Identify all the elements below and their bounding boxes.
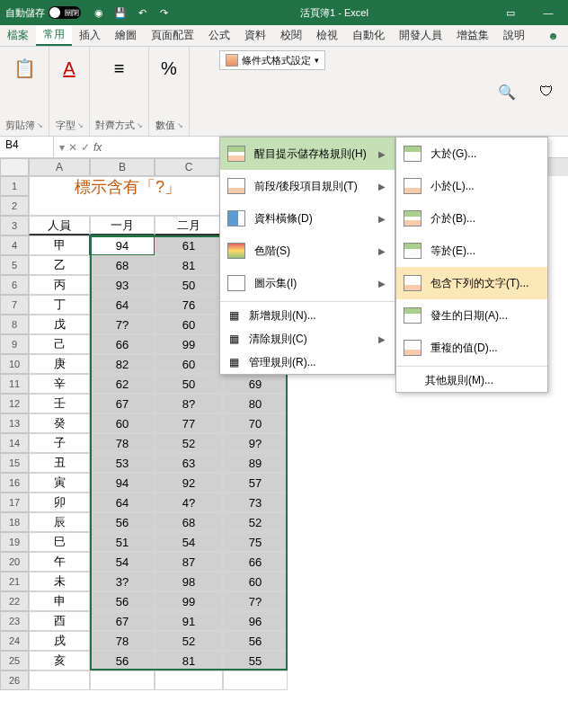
cell-value[interactable]: 54 xyxy=(155,532,223,552)
cell-value[interactable]: 91 xyxy=(155,611,223,631)
tab-page-layout[interactable]: 頁面配置 xyxy=(144,25,201,46)
cell-value[interactable]: 75 xyxy=(223,532,288,552)
cell-value[interactable]: 56 xyxy=(90,591,155,611)
cell-value[interactable]: 56 xyxy=(223,631,288,651)
submenu-duplicate-values[interactable]: 重複的值(D)... xyxy=(396,332,547,364)
save-icon[interactable]: 💾 xyxy=(113,5,128,20)
cell-value[interactable]: 60 xyxy=(155,354,223,374)
cell-value[interactable]: 56 xyxy=(90,651,155,670)
menu-icon-sets[interactable]: 圖示集(I) ▶ xyxy=(220,267,395,299)
row-header[interactable]: 13 xyxy=(0,413,29,433)
cell-value[interactable]: 94 xyxy=(90,235,155,255)
cell-value[interactable]: 61 xyxy=(155,235,223,255)
cell-value[interactable]: 94 xyxy=(90,473,155,493)
cell-person[interactable]: 癸 xyxy=(29,413,90,433)
tab-developer[interactable]: 開發人員 xyxy=(392,25,449,46)
cell-value[interactable]: 73 xyxy=(223,493,288,512)
row-header[interactable]: 26 xyxy=(0,670,29,690)
conditional-formatting-button[interactable]: 條件式格式設定 ▾ xyxy=(219,50,325,70)
row-header[interactable]: 9 xyxy=(0,334,29,354)
tab-draw[interactable]: 繪圖 xyxy=(108,25,144,46)
row-header[interactable]: 24 xyxy=(0,631,29,651)
submenu-equal-to[interactable]: 等於(E)... xyxy=(396,235,547,267)
cell-value[interactable]: 57 xyxy=(223,473,288,493)
submenu-date-occurring[interactable]: 發生的日期(A)... xyxy=(396,299,547,332)
cell-person[interactable]: 丙 xyxy=(29,275,90,295)
row-header[interactable]: 8 xyxy=(0,315,29,334)
cell-value[interactable]: 52 xyxy=(223,512,288,532)
row-header[interactable]: 23 xyxy=(0,611,29,631)
tab-automate[interactable]: 自動化 xyxy=(345,25,392,46)
submenu-greater-than[interactable]: 大於(G)... xyxy=(396,138,547,170)
cell-person[interactable]: 子 xyxy=(29,433,90,453)
cell-value[interactable]: 67 xyxy=(90,611,155,631)
cell-person[interactable]: 己 xyxy=(29,334,90,354)
sensitivity-icon[interactable]: 🛡 xyxy=(528,74,564,110)
submenu-text-contains[interactable]: 包含下列的文字(T)... xyxy=(396,267,547,299)
cell-value[interactable]: 7? xyxy=(90,315,155,334)
find-icon[interactable]: 🔍 xyxy=(489,74,525,110)
row-header[interactable]: 11 xyxy=(0,374,29,394)
tab-insert[interactable]: 插入 xyxy=(72,25,108,46)
cell-value[interactable]: 7? xyxy=(223,591,288,611)
feedback-icon[interactable]: ☻ xyxy=(538,30,568,42)
cell-value[interactable]: 55 xyxy=(223,651,288,670)
camera-icon[interactable]: ◉ xyxy=(92,5,106,20)
name-box[interactable]: B4 xyxy=(0,137,54,157)
cell-value[interactable]: 66 xyxy=(223,552,288,572)
row-header[interactable]: 20 xyxy=(0,552,29,572)
cell-value[interactable]: 81 xyxy=(155,651,223,670)
fx-icon[interactable]: fx xyxy=(93,141,102,154)
tab-home[interactable]: 常用 xyxy=(36,25,72,46)
cell-person[interactable]: 甲 xyxy=(29,235,90,255)
cell-value[interactable]: 52 xyxy=(155,631,223,651)
row-header[interactable]: 10 xyxy=(0,354,29,374)
auto-save-toggle[interactable]: 關閉 xyxy=(49,6,81,19)
menu-data-bars[interactable]: 資料橫條(D) ▶ xyxy=(220,202,395,235)
cell-person[interactable]: 辛 xyxy=(29,374,90,394)
submenu-between[interactable]: 介於(B)... xyxy=(396,202,547,235)
cell-value[interactable]: 99 xyxy=(155,591,223,611)
cell[interactable] xyxy=(29,670,90,690)
cell-value[interactable]: 78 xyxy=(90,631,155,651)
cell-person[interactable]: 午 xyxy=(29,552,90,572)
cell-value[interactable]: 98 xyxy=(155,572,223,591)
row-header[interactable]: 25 xyxy=(0,651,29,670)
paste-icon[interactable]: 📋 xyxy=(10,50,39,86)
cell-value[interactable]: 68 xyxy=(90,255,155,275)
align-launcher-icon[interactable]: ↘ xyxy=(137,121,143,129)
cell-value[interactable]: 62 xyxy=(90,374,155,394)
name-dropdown-icon[interactable]: ▾ xyxy=(59,141,65,154)
cell-person[interactable]: 申 xyxy=(29,591,90,611)
row-header[interactable]: 18 xyxy=(0,512,29,532)
percent-icon[interactable]: % xyxy=(155,50,183,86)
submenu-more-rules[interactable]: 其他規則(M)... xyxy=(396,368,547,392)
minimize-icon[interactable]: — xyxy=(530,1,566,24)
cell-value[interactable]: 9? xyxy=(223,433,288,453)
row-header[interactable]: 6 xyxy=(0,275,29,295)
cell-value[interactable]: 99 xyxy=(155,334,223,354)
cell-value[interactable]: 64 xyxy=(90,493,155,512)
row-header[interactable]: 15 xyxy=(0,453,29,473)
cell-value[interactable]: 64 xyxy=(90,295,155,315)
cell-value[interactable]: 78 xyxy=(90,433,155,453)
row-header[interactable]: 17 xyxy=(0,493,29,512)
row-header[interactable]: 12 xyxy=(0,394,29,413)
menu-top-bottom-rules[interactable]: 前段/後段項目規則(T) ▶ xyxy=(220,170,395,202)
cell-person[interactable]: 庚 xyxy=(29,354,90,374)
cell-person[interactable]: 戊 xyxy=(29,315,90,334)
cell-person[interactable]: 寅 xyxy=(29,473,90,493)
cell-value[interactable]: 89 xyxy=(223,453,288,473)
cell-value[interactable]: 50 xyxy=(155,374,223,394)
cell-value[interactable]: 54 xyxy=(90,552,155,572)
select-all-corner[interactable] xyxy=(0,158,29,176)
row-header[interactable]: 7 xyxy=(0,295,29,315)
cell-value[interactable]: 69 xyxy=(223,374,288,394)
row-header[interactable]: 16 xyxy=(0,473,29,493)
menu-color-scales[interactable]: 色階(S) ▶ xyxy=(220,235,395,267)
cell-value[interactable]: 60 xyxy=(223,572,288,591)
tab-view[interactable]: 檢視 xyxy=(309,25,345,46)
menu-highlight-cells-rules[interactable]: 醒目提示儲存格規則(H) ▶ xyxy=(220,138,395,170)
font-launcher-icon[interactable]: ↘ xyxy=(77,121,84,129)
cell-value[interactable]: 68 xyxy=(155,512,223,532)
